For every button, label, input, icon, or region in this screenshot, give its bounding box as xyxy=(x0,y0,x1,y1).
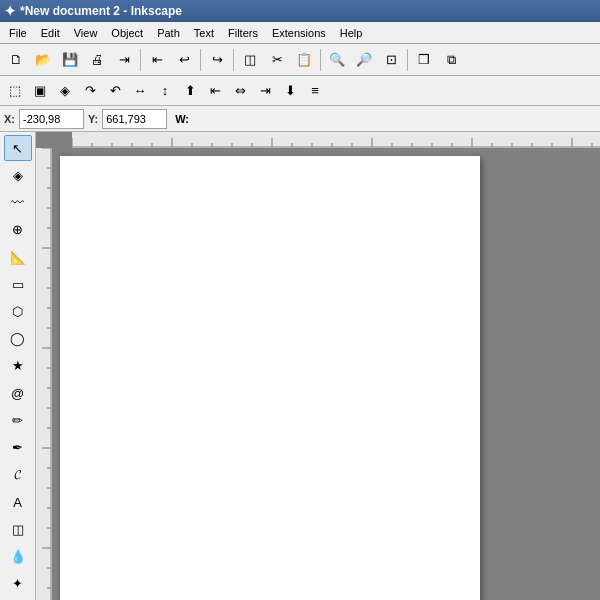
3dbox-tool[interactable]: ⬡ xyxy=(4,298,32,324)
toolbar-sep xyxy=(233,49,234,71)
save-button[interactable]: 💾 xyxy=(57,47,83,73)
app-icon: ✦ xyxy=(4,3,16,19)
x-input[interactable] xyxy=(19,109,84,129)
title-bar: ✦ *New document 2 - Inkscape xyxy=(0,0,600,22)
flip-h-button[interactable]: ↔ xyxy=(128,79,152,103)
new-button[interactable]: 🗋 xyxy=(3,47,29,73)
node-mode-button[interactable]: ◈ xyxy=(53,79,77,103)
coord-bar: X: Y: W: xyxy=(0,106,600,132)
menu-text[interactable]: Text xyxy=(187,25,221,41)
menu-path[interactable]: Path xyxy=(150,25,187,41)
measure-tool[interactable]: 📐 xyxy=(4,244,32,270)
menu-filters[interactable]: Filters xyxy=(221,25,265,41)
canvas-document[interactable] xyxy=(60,156,480,600)
menu-bar: FileEditViewObjectPathTextFiltersExtensi… xyxy=(0,22,600,44)
canvas-area[interactable]: // ruler ticks drawn via JS below xyxy=(36,132,600,600)
ruler-horizontal: // ruler ticks drawn via JS below xyxy=(72,132,600,148)
open-button[interactable]: 📂 xyxy=(30,47,56,73)
toolbox: ↖◈〰⊕📐▭⬡◯★@✏✒𝓒A◫💧✦ xyxy=(0,132,36,600)
duplicate-button[interactable]: ❒ xyxy=(411,47,437,73)
pen-tool[interactable]: ✒ xyxy=(4,435,32,461)
indent-right-button[interactable]: ⇥ xyxy=(253,79,277,103)
flip-v-button[interactable]: ↕ xyxy=(153,79,177,103)
toolbar-sep xyxy=(407,49,408,71)
star-tool[interactable]: ★ xyxy=(4,353,32,379)
cut-button[interactable]: ✂ xyxy=(264,47,290,73)
w-label: W: xyxy=(175,113,189,125)
undo-button[interactable]: ↩ xyxy=(171,47,197,73)
select-all-button[interactable]: ⬚ xyxy=(3,79,27,103)
paste-button[interactable]: 📋 xyxy=(291,47,317,73)
menu-file[interactable]: File xyxy=(2,25,34,41)
zoom-fit-button[interactable]: ⊡ xyxy=(378,47,404,73)
distribute-button[interactable]: ≡ xyxy=(303,79,327,103)
toolbar-sep xyxy=(320,49,321,71)
x-label: X: xyxy=(4,113,15,125)
menu-edit[interactable]: Edit xyxy=(34,25,67,41)
ruler-vertical xyxy=(36,148,52,600)
zoom-out-button[interactable]: 🔎 xyxy=(351,47,377,73)
copy-style-button[interactable]: ◫ xyxy=(237,47,263,73)
zoom-tool[interactable]: ⊕ xyxy=(4,217,32,243)
gradient-tool[interactable]: ◫ xyxy=(4,516,32,542)
rubber-band-button[interactable]: ▣ xyxy=(28,79,52,103)
clone-button[interactable]: ⧉ xyxy=(438,47,464,73)
toolbar-sep xyxy=(200,49,201,71)
secondary-toolbar: ⬚▣◈↷↶↔↕⬆⇤⇔⇥⬇≡ xyxy=(0,76,600,106)
indent-left-button[interactable]: ⇤ xyxy=(203,79,227,103)
selector-tool[interactable]: ↖ xyxy=(4,135,32,161)
pencil-tool[interactable]: ✏ xyxy=(4,407,32,433)
text-tool[interactable]: A xyxy=(4,489,32,515)
zoom-in-button[interactable]: 🔍 xyxy=(324,47,350,73)
menu-help[interactable]: Help xyxy=(333,25,370,41)
rect-tool[interactable]: ▭ xyxy=(4,271,32,297)
align-center-button[interactable]: ⇔ xyxy=(228,79,252,103)
spiral-tool[interactable]: @ xyxy=(4,380,32,406)
menu-extensions[interactable]: Extensions xyxy=(265,25,333,41)
export-button[interactable]: ⇤ xyxy=(144,47,170,73)
align-top-button[interactable]: ⬆ xyxy=(178,79,202,103)
node-tool[interactable]: ◈ xyxy=(4,162,32,188)
y-input[interactable] xyxy=(102,109,167,129)
menu-object[interactable]: Object xyxy=(104,25,150,41)
menu-view[interactable]: View xyxy=(67,25,105,41)
redo-button[interactable]: ↪ xyxy=(204,47,230,73)
main-area: ↖◈〰⊕📐▭⬡◯★@✏✒𝓒A◫💧✦ // ruler ticks drawn v… xyxy=(0,132,600,600)
calligraphy-tool[interactable]: 𝓒 xyxy=(4,462,32,488)
tweak-tool[interactable]: 〰 xyxy=(4,189,32,215)
import-button[interactable]: ⇥ xyxy=(111,47,137,73)
dropper-tool[interactable]: 💧 xyxy=(4,544,32,570)
main-toolbar: 🗋📂💾🖨⇥⇤↩↪◫✂📋🔍🔎⊡❒⧉ xyxy=(0,44,600,76)
ellipse-tool[interactable]: ◯ xyxy=(4,326,32,352)
window-title: *New document 2 - Inkscape xyxy=(20,4,182,18)
toolbar-sep xyxy=(140,49,141,71)
rotate-cw-button[interactable]: ↷ xyxy=(78,79,102,103)
spray-tool[interactable]: ✦ xyxy=(4,571,32,597)
y-label: Y: xyxy=(88,113,98,125)
print-button[interactable]: 🖨 xyxy=(84,47,110,73)
rotate-ccw-button[interactable]: ↶ xyxy=(103,79,127,103)
align-bottom-button[interactable]: ⬇ xyxy=(278,79,302,103)
